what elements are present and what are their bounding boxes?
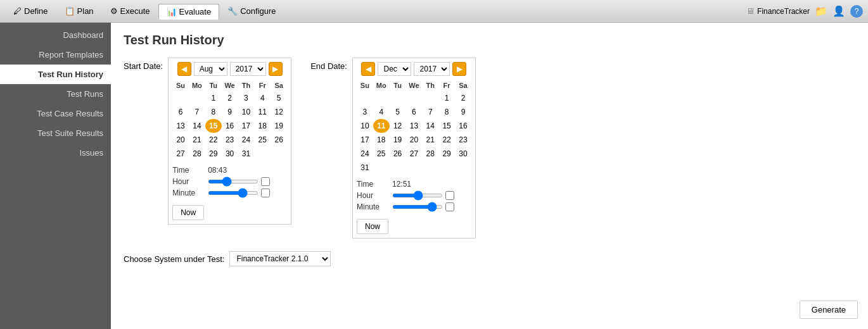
end-now-button[interactable]: Now [357,219,388,234]
start-now-button[interactable]: Now [172,205,204,220]
calendar-day[interactable]: 12 [390,119,406,133]
calendar-day[interactable]: 25 [373,147,390,161]
calendar-day[interactable]: 19 [271,119,287,133]
calendar-day[interactable]: 27 [172,147,189,161]
calendar-day[interactable]: 15 [205,119,222,133]
calendar-day[interactable]: 23 [455,133,471,147]
calendar-day[interactable]: 29 [205,147,222,161]
sidebar-item-issues[interactable]: Issues [0,143,111,163]
start-month-select[interactable]: Aug JanFebMar AprMayJun JulSepOct NovDec [194,62,227,76]
sidebar-item-report-templates[interactable]: Report Templates [0,45,111,65]
start-minute-checkbox[interactable] [261,189,270,197]
nav-item-configure[interactable]: 🔧 Configure [219,3,284,19]
calendar-day[interactable]: 16 [222,119,238,133]
calendar-day[interactable]: 20 [172,133,189,147]
calendar-day[interactable]: 1 [438,91,455,105]
sidebar-item-test-suite-results[interactable]: Test Suite Results [0,123,111,143]
calendar-day[interactable]: 17 [238,119,255,133]
sidebar-item-test-run-history[interactable]: Test Run History [0,65,111,84]
calendar-day[interactable]: 3 [357,105,373,119]
calendar-day[interactable]: 2 [455,91,471,105]
sidebar-item-dashboard[interactable]: Dashboard [0,25,111,45]
calendar-day[interactable]: 18 [254,119,271,133]
calendar-day[interactable]: 28 [189,147,205,161]
calendar-day[interactable]: 26 [390,147,406,161]
calendar-day[interactable]: 8 [205,105,222,119]
calendar-day[interactable]: 4 [373,105,390,119]
calendar-day[interactable]: 22 [205,133,222,147]
calendar-day[interactable]: 6 [406,105,423,119]
end-cal-prev[interactable]: ◀ [361,62,375,76]
help-icon-btn[interactable]: ? [850,5,863,18]
calendar-day[interactable]: 5 [390,105,406,119]
end-month-select[interactable]: Dec JanFebMar AprMayJun JulAugSep OctNov [378,62,411,76]
start-cal-prev[interactable]: ◀ [177,62,191,76]
end-year-select[interactable]: 2017 2015201620182019 [414,62,450,76]
calendar-day[interactable]: 26 [271,133,287,147]
calendar-day[interactable]: 13 [406,119,423,133]
calendar-day[interactable]: 3 [238,91,255,105]
calendar-day[interactable]: 21 [189,133,205,147]
nav-item-plan[interactable]: 📋 Plan [56,3,102,19]
calendar-day[interactable]: 9 [455,105,471,119]
end-minute-checkbox[interactable] [445,202,454,211]
sidebar-item-test-runs[interactable]: Test Runs [0,84,111,104]
start-time-value: 08:43 [208,166,227,175]
calendar-day[interactable]: 14 [189,119,205,133]
calendar-day[interactable]: 8 [438,105,455,119]
calendar-day[interactable]: 9 [222,105,238,119]
calendar-day[interactable]: 25 [254,133,271,147]
calendar-day[interactable]: 10 [357,119,373,133]
calendar-day[interactable]: 11 [373,119,390,133]
calendar-day [422,91,438,105]
nav-item-evaluate[interactable]: 📊 Evaluate [158,4,220,20]
calendar-day[interactable]: 16 [455,119,471,133]
calendar-day[interactable]: 18 [373,133,390,147]
nav-item-execute[interactable]: ⚙ Execute [102,3,158,19]
calendar-day[interactable]: 2 [222,91,238,105]
calendar-day[interactable]: 24 [357,147,373,161]
calendar-day[interactable]: 30 [455,147,471,161]
calendar-day[interactable]: 10 [238,105,255,119]
start-hour-checkbox[interactable] [261,177,270,186]
calendar-day[interactable]: 7 [189,105,205,119]
calendar-day[interactable]: 7 [422,105,438,119]
calendar-day[interactable]: 24 [238,133,255,147]
start-minute-slider[interactable] [208,191,258,195]
calendar-day[interactable]: 20 [406,133,423,147]
calendar-day[interactable]: 15 [438,119,455,133]
generate-button[interactable]: Generate [800,301,858,319]
nav-item-define[interactable]: 🖊 Define [5,3,56,19]
calendar-day[interactable]: 29 [438,147,455,161]
calendar-day[interactable]: 17 [357,133,373,147]
calendar-day[interactable]: 14 [422,119,438,133]
start-hour-slider[interactable] [208,180,258,183]
calendar-day[interactable]: 19 [390,133,406,147]
start-date-calendar: ◀ Aug JanFebMar AprMayJun JulSepOct NovD… [168,58,291,225]
calendar-day[interactable]: 21 [422,133,438,147]
end-minute-slider[interactable] [392,205,443,209]
end-hour-slider[interactable] [392,194,443,197]
calendar-day[interactable]: 27 [406,147,423,161]
calendar-day[interactable]: 31 [357,161,373,175]
calendar-day[interactable]: 31 [238,147,255,161]
calendar-day[interactable]: 28 [422,147,438,161]
sidebar-item-test-case-results[interactable]: Test Case Results [0,104,111,123]
start-year-select[interactable]: 2017 2015201620182019 [230,62,266,76]
calendar-day[interactable]: 6 [172,105,189,119]
end-hour-checkbox[interactable] [445,191,454,200]
folder-icon-btn[interactable]: 📁 [815,5,827,17]
calendar-day[interactable]: 11 [254,105,271,119]
calendar-day[interactable]: 13 [172,119,189,133]
calendar-day[interactable]: 30 [222,147,238,161]
sut-select[interactable]: FinanceTracker 2.1.0 FinanceTracker 2.0.… [229,251,331,266]
calendar-day[interactable]: 22 [438,133,455,147]
calendar-day[interactable]: 23 [222,133,238,147]
calendar-day[interactable]: 4 [254,91,271,105]
user-icon-btn[interactable]: 👤 [833,5,845,17]
calendar-day[interactable]: 5 [271,91,287,105]
calendar-day[interactable]: 12 [271,105,287,119]
calendar-day[interactable]: 1 [205,91,222,105]
end-cal-next[interactable]: ▶ [452,62,466,76]
start-cal-next[interactable]: ▶ [269,62,283,76]
